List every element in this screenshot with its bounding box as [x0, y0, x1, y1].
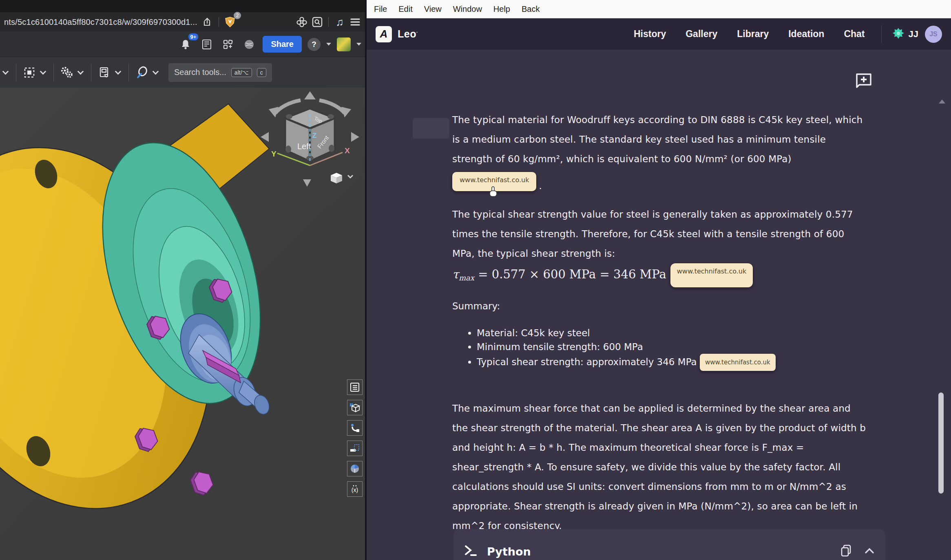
cad-browser-window: nts/5c1c6100140a5ff80c7301c8/w/309f69703… [0, 0, 367, 560]
nav-ideation[interactable]: Ideation [788, 29, 824, 40]
cad-toolbar: Search tools... alt/⌥ c [0, 57, 367, 88]
assistant-paragraph-3: The maximum shear force that can be appl… [452, 399, 868, 536]
globe-icon[interactable] [241, 37, 257, 52]
nav-library[interactable]: Library [737, 29, 769, 40]
chevron-down-icon[interactable] [2, 68, 9, 75]
summary-label: Summary: [452, 301, 500, 311]
view-cube[interactable]: Left Top Front Y X Z [255, 89, 365, 191]
search-tools-box[interactable]: Search tools... alt/⌥ c [168, 63, 272, 82]
menu-help[interactable]: Help [493, 4, 510, 14]
extensions-icon[interactable] [294, 14, 310, 30]
browser-url-bar: nts/5c1c6100140a5ff80c7301c8/w/309f69703… [0, 12, 367, 32]
isometric-grid-icon[interactable] [347, 400, 363, 415]
apps-grid-icon[interactable] [220, 37, 236, 52]
isometric-view-button [331, 173, 342, 183]
view-options-chevron-icon [348, 175, 353, 178]
settings-gears-icon[interactable] [58, 64, 76, 82]
hover-highlight [413, 118, 449, 139]
brand-mark: · [416, 30, 418, 35]
code-actions [840, 544, 874, 559]
divider [53, 64, 54, 82]
section-view-icon[interactable] [347, 461, 363, 476]
rotate-down-arrow [303, 179, 311, 187]
nav-gallery[interactable]: Gallery [686, 29, 717, 40]
viewport-side-tools: (x) [347, 379, 363, 497]
user-avatar[interactable]: JS [925, 26, 942, 43]
summary-list: Material: C45k key steel Minimum tensile… [469, 326, 776, 371]
avatar-initials: JS [929, 31, 938, 38]
versions-list-icon[interactable] [199, 37, 215, 52]
menu-back[interactable]: Back [522, 4, 540, 14]
new-chat-icon[interactable] [854, 71, 873, 91]
find-in-page-icon[interactable] [310, 14, 325, 30]
shear-strength-formula: τmax = 0.577 × 600 MPa = 346 MPa [452, 263, 666, 282]
lasso-tool-icon[interactable] [133, 64, 151, 82]
appearance-panel-icon[interactable] [95, 64, 113, 82]
share-page-icon[interactable] [200, 14, 215, 30]
code-language-label: Python [487, 545, 531, 558]
nav-chat[interactable]: Chat [844, 29, 865, 40]
rotate-up-arrow [304, 91, 316, 99]
citation-link[interactable]: www.technifast.co.uk [670, 263, 753, 287]
menu-file[interactable]: File [374, 4, 387, 14]
mate-connector-icon[interactable] [347, 420, 363, 436]
feature-list-icon[interactable] [347, 379, 363, 395]
view-cube-left-label: Left [297, 142, 311, 151]
shield-badge: 2 [234, 12, 241, 19]
chevron-down-icon[interactable] [115, 68, 122, 75]
help-caret-icon[interactable] [326, 43, 331, 46]
collapse-code-icon[interactable] [865, 547, 874, 556]
search-tools-label: Search tools... [174, 68, 226, 77]
cad-app-header: 9+ Share ? [0, 32, 367, 57]
keycap-alt: alt/⌥ [231, 68, 252, 77]
citation-link[interactable]: www.technifast.co.uk [700, 354, 776, 371]
help-button[interactable]: ? [307, 38, 321, 51]
chevron-down-icon[interactable] [40, 68, 46, 75]
url-text[interactable]: nts/5c1c6100140a5ff80c7301c8/w/309f69703… [4, 18, 200, 27]
browser-tab-strip [0, 0, 367, 12]
divider [328, 17, 329, 27]
sketch-region-icon[interactable] [347, 441, 363, 456]
citation-row: www.technifast.co.uk . [452, 172, 542, 191]
select-tool-icon[interactable] [20, 64, 38, 82]
chevron-down-icon[interactable] [77, 68, 84, 75]
shield-icon[interactable]: 2 [222, 14, 238, 30]
cad-viewport[interactable]: Left Top Front Y X Z [0, 88, 367, 560]
menu-window[interactable]: Window [453, 4, 482, 14]
leo-header: A Leo· History Gallery Library Ideation … [367, 18, 951, 50]
nav-history[interactable]: History [634, 29, 666, 40]
chevron-down-icon[interactable] [153, 68, 159, 75]
share-button[interactable]: Share [263, 36, 302, 53]
leo-logo[interactable]: A [376, 26, 392, 42]
account-caret-icon[interactable] [356, 43, 361, 46]
citation-link[interactable]: www.technifast.co.uk [452, 172, 536, 191]
terminal-prompt-icon [464, 545, 478, 558]
leo-nav: History Gallery Library Ideation Chat [634, 29, 865, 40]
rotate-left-arrow [261, 132, 269, 142]
variables-icon[interactable]: (x) [347, 481, 363, 497]
python-code-block[interactable]: Python [453, 529, 885, 560]
axis-x-label: X [345, 146, 350, 155]
divider [219, 17, 219, 27]
music-note-icon[interactable]: ♫ [332, 14, 347, 30]
divider [91, 64, 91, 82]
user-avatar[interactable] [337, 37, 351, 51]
hand-cursor-icon [488, 186, 498, 198]
scrollbar-thumb[interactable] [938, 392, 944, 494]
browser-menu-icon[interactable] [347, 14, 363, 30]
leo-window: File Edit View Window Help Back A Leo· H… [365, 0, 951, 560]
menu-view[interactable]: View [424, 4, 442, 14]
copy-code-icon[interactable] [840, 544, 852, 559]
scroll-up-arrow[interactable] [939, 99, 945, 104]
divider [128, 64, 129, 82]
leo-logo-letter: A [380, 28, 388, 40]
screen: nts/5c1c6100140a5ff80c7301c8/w/309f69703… [0, 0, 951, 560]
notifications-bell-icon[interactable]: 9+ [178, 37, 193, 52]
assistant-paragraph-2: The typical shear strength value for ste… [452, 205, 868, 263]
tokens-gear-icon[interactable] [892, 27, 905, 41]
list-item: Typical shear strength: approximately 34… [477, 354, 776, 371]
assistant-paragraph-1: The typical material for Woodruff keys a… [452, 110, 868, 169]
keycap-c: c [257, 68, 266, 77]
formula-row: τmax = 0.577 × 600 MPa = 346 MPa www.tec… [452, 263, 753, 287]
menu-edit[interactable]: Edit [398, 4, 412, 14]
